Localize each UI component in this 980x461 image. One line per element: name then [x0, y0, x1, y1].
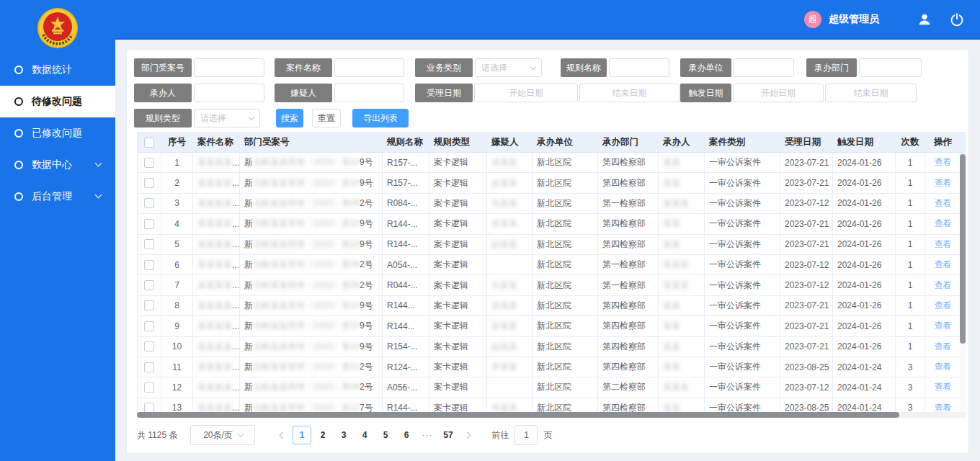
dept-cell: 第一检察部 — [598, 275, 659, 295]
username-label: 超级管理员 — [829, 13, 879, 26]
vertical-scrollbar-thumb[interactable] — [960, 154, 966, 344]
view-link[interactable]: 查看 — [935, 177, 952, 189]
handler-cell: 某某某 — [659, 194, 705, 213]
export-button[interactable]: 导出列表 — [352, 109, 409, 127]
view-link[interactable]: 查看 — [935, 218, 952, 230]
row-index-cell: 4 — [161, 214, 193, 233]
view-link[interactable]: 查看 — [935, 259, 952, 271]
rule-type-select[interactable]: 请选择 — [194, 109, 260, 127]
prev-page-button[interactable] — [274, 425, 291, 445]
case-no-redacted: 北检某某受理〔2023〕第09 — [253, 197, 360, 210]
trigger-date-end-input[interactable]: 结束日期 — [825, 84, 917, 102]
handler-cell: 某某某 — [659, 255, 705, 274]
row-checkbox[interactable] — [144, 321, 154, 331]
case-name-input[interactable] — [334, 58, 404, 77]
view-link[interactable]: 查看 — [935, 156, 952, 169]
text: ... — [232, 198, 239, 208]
reset-button[interactable]: 重置 — [312, 109, 341, 127]
row-checkbox[interactable] — [144, 260, 154, 270]
row-index-cell: 11 — [161, 357, 193, 377]
table-row: 4某某某某...新北检某某受理〔2023〕第109号R144-...案卡逻辑徐某… — [138, 214, 961, 234]
avatar[interactable]: 超 — [804, 11, 821, 28]
goto-page-input[interactable] — [514, 425, 538, 445]
suspect-cell: 仇某某 — [487, 194, 533, 213]
page-number-57[interactable]: 57 — [439, 426, 458, 444]
page-number-3[interactable]: 3 — [334, 426, 353, 444]
case-no-redacted: 北检某某受理〔2023〕第10 — [253, 300, 360, 312]
horizontal-scrollbar-thumb[interactable] — [137, 412, 899, 418]
text: ... — [232, 260, 239, 270]
accept-date-start-input[interactable]: 开始日期 — [474, 84, 578, 102]
user-icon[interactable] — [917, 12, 932, 27]
next-page-button[interactable] — [458, 425, 476, 445]
view-link[interactable]: 查看 — [935, 361, 952, 373]
row-checkbox[interactable] — [144, 382, 154, 393]
row-checkbox[interactable] — [144, 198, 154, 208]
power-icon[interactable] — [950, 12, 964, 27]
accept-date-cell: 2023-07-21 — [780, 235, 833, 254]
rule-type-cell: 案卡逻辑 — [429, 357, 487, 377]
biz-type-select[interactable]: 请选择 — [475, 58, 542, 77]
view-link[interactable]: 查看 — [935, 300, 952, 312]
dept-cell: 第四检察部 — [598, 337, 659, 357]
row-checkbox[interactable] — [144, 341, 154, 352]
page-size-select[interactable]: 20条/页 — [190, 425, 255, 445]
case-no-redacted: 北检某某受理〔2023〕第10 — [253, 320, 360, 332]
page-number-2[interactable]: 2 — [313, 426, 332, 444]
dept-cell: 第一检察部 — [598, 194, 659, 213]
page-number-1[interactable]: 1 — [293, 426, 311, 444]
trigger-date-cell: 2024-01-26 — [833, 235, 896, 254]
row-checkbox[interactable] — [144, 362, 154, 372]
unit-cell: 新北区院 — [533, 296, 598, 315]
view-link[interactable]: 查看 — [935, 238, 952, 251]
org-input[interactable] — [734, 58, 794, 77]
view-link[interactable]: 查看 — [935, 279, 952, 292]
row-checkbox[interactable] — [144, 219, 154, 229]
text: 2号 — [360, 259, 373, 271]
suspect-input[interactable] — [334, 84, 404, 102]
text: ... — [232, 341, 239, 352]
view-link[interactable]: 查看 — [935, 197, 952, 210]
case-name-cell: 某某某某... — [193, 214, 240, 233]
rule-name-input[interactable] — [609, 58, 669, 77]
text: 新 — [244, 197, 253, 210]
handler-input[interactable] — [194, 84, 264, 102]
rule-name-cell: R044-... — [383, 275, 429, 295]
trigger-date-cell: 2024-01-26 — [833, 296, 896, 315]
page-number-5[interactable]: 5 — [376, 426, 395, 444]
page-number-4[interactable]: 4 — [355, 426, 374, 444]
row-checkbox[interactable] — [144, 178, 154, 188]
unit-cell: 新北区院 — [533, 377, 598, 397]
accept-date-end-input[interactable]: 结束日期 — [579, 84, 680, 102]
row-checkbox[interactable] — [144, 158, 154, 168]
row-checkbox[interactable] — [144, 239, 154, 249]
search-button[interactable]: 搜索 — [276, 109, 303, 127]
case-name-redacted: 某某某某 — [197, 156, 232, 169]
handler-cell: 某某 — [659, 235, 705, 254]
sidebar-item-4[interactable]: 数据中心 — [0, 149, 115, 181]
page-number-6[interactable]: 6 — [397, 426, 416, 444]
row-checkbox[interactable] — [144, 280, 154, 290]
column-header: 承办人 — [659, 133, 705, 152]
view-link[interactable]: 查看 — [935, 341, 952, 353]
suspect-redacted: 赵某某 — [491, 177, 517, 189]
sidebar-item-2[interactable]: 待修改问题 — [0, 86, 115, 117]
dept-input[interactable] — [859, 58, 922, 77]
sidebar-item-3[interactable]: 已修改问题 — [0, 117, 115, 149]
view-link[interactable]: 查看 — [935, 320, 952, 332]
case-name-cell: 某某某某... — [193, 316, 240, 336]
trigger-date-start-input[interactable]: 开始日期 — [733, 84, 824, 102]
table-row: 7某某某某...新北检某某受理〔2023〕第092号R044-...案卡逻辑仇某… — [138, 275, 961, 295]
sidebar-item-5[interactable]: 后台管理 — [0, 181, 115, 212]
sidebar-item-1[interactable]: 数据统计 — [0, 54, 115, 86]
table-row: 6某某某某...新北检某某受理〔2023〕第092号A054-...案卡逻辑新北… — [138, 255, 961, 275]
category-cell: 一审公诉案件 — [705, 173, 780, 192]
dept-case-no-input[interactable] — [194, 58, 264, 77]
rule-type-cell: 案卡逻辑 — [429, 377, 487, 397]
column-header: 序号 — [161, 133, 193, 152]
select-all-checkbox[interactable] — [144, 138, 154, 148]
view-link[interactable]: 查看 — [935, 381, 952, 393]
row-checkbox[interactable] — [144, 300, 154, 310]
suspect-cell: 徐某某 — [487, 296, 533, 315]
handler-redacted: 某某 — [663, 218, 680, 230]
